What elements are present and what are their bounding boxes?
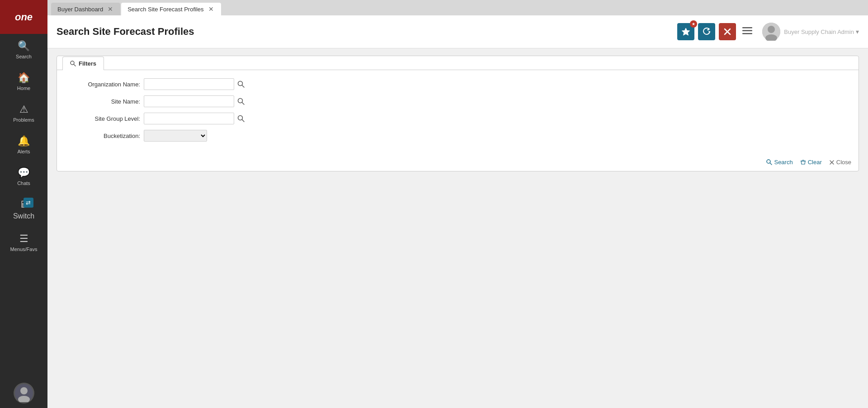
sidebar-item-problems[interactable]: ⚠ Problems (0, 97, 47, 129)
home-icon: 🏠 (18, 72, 30, 84)
filter-label-bucketization: Bucketization: (68, 133, 140, 139)
user-dropdown[interactable]: Buyer Supply Chain Admin ▾ (784, 28, 859, 35)
close-action-label: Close (836, 159, 851, 166)
favorite-button[interactable]: ★ (677, 23, 694, 40)
svg-point-10 (768, 26, 775, 33)
svg-rect-7 (742, 30, 752, 31)
filters-tab-label: Filters (79, 60, 96, 67)
sidebar-item-home[interactable]: 🏠 Home (0, 66, 47, 97)
search-nav-icon: 🔍 (18, 40, 30, 52)
logo-text: one (15, 11, 33, 23)
header-actions: ★ (677, 23, 859, 41)
sidebar-label-menus: Menus/Favs (10, 247, 38, 252)
clear-action-label: Clear (808, 159, 822, 166)
user-section: Buyer Supply Chain Admin ▾ (762, 23, 859, 41)
page-title: Search Site Forecast Profiles (57, 26, 677, 38)
close-action-button[interactable]: Close (829, 159, 851, 166)
user-name: Buyer Supply Chain Admin (784, 28, 854, 35)
sidebar-item-switch[interactable]: 🖥 ⇄ Switch (0, 192, 47, 227)
hamburger-icon (742, 27, 752, 34)
problems-icon: ⚠ (19, 104, 28, 115)
sidebar-bottom (14, 383, 34, 408)
filters-panel: Filters Organization Name: (57, 56, 859, 171)
refresh-icon (703, 28, 711, 36)
filter-select-bucketization[interactable]: Weekly Monthly Daily (144, 130, 207, 142)
alerts-icon: 🔔 (18, 135, 30, 147)
dropdown-arrow-icon: ▾ (856, 28, 859, 35)
filter-row-bucketization: Bucketization: Weekly Monthly Daily (68, 130, 848, 142)
sidebar-item-search[interactable]: 🔍 Search (0, 34, 47, 66)
tab-search-site-forecast[interactable]: Search Site Forecast Profiles ✕ (121, 3, 221, 15)
sidebar-label-chats: Chats (17, 180, 30, 186)
svg-line-13 (74, 64, 75, 66)
menu-button[interactable] (740, 27, 755, 37)
search-action-icon (766, 159, 772, 165)
sidebar-label-search: Search (16, 54, 32, 59)
svg-line-15 (242, 85, 245, 88)
sidebar-label-switch: Switch (13, 212, 34, 220)
menus-icon: ☰ (19, 233, 28, 245)
star-icon (682, 28, 690, 36)
clear-icon (800, 159, 806, 165)
filter-input-site-group[interactable] (144, 113, 234, 124)
sidebar-user-avatar[interactable] (14, 383, 34, 403)
filter-row-site-name: Site Name: (68, 95, 848, 107)
filter-input-org-name[interactable] (144, 78, 234, 90)
sidebar-item-menus[interactable]: ☰ Menus/Favs (0, 227, 47, 258)
sidebar: one 🔍 Search 🏠 Home ⚠ Problems 🔔 Alerts … (0, 0, 47, 408)
app-logo[interactable]: one (0, 0, 47, 34)
filter-input-site-name[interactable] (144, 95, 234, 107)
tab-search-site-forecast-close[interactable]: ✕ (208, 5, 215, 13)
star-badge: ★ (690, 20, 697, 28)
chats-icon: 💬 (18, 167, 30, 179)
filter-search-btn-site-name[interactable] (236, 96, 246, 106)
filter-search-icon (70, 61, 76, 66)
clear-action-button[interactable]: Clear (800, 159, 822, 166)
svg-marker-3 (682, 28, 690, 35)
page-header: Search Site Forecast Profiles ★ (47, 15, 868, 48)
filter-search-btn-site-group[interactable] (236, 114, 246, 123)
tab-buyer-dashboard-label: Buyer Dashboard (57, 6, 103, 13)
filter-label-site-group: Site Group Level: (68, 115, 140, 122)
svg-line-19 (242, 120, 245, 122)
svg-line-21 (770, 163, 772, 165)
content-area: Filters Organization Name: (47, 48, 868, 408)
refresh-button[interactable] (698, 23, 715, 40)
filter-label-site-name: Site Name: (68, 98, 140, 105)
sidebar-label-problems: Problems (13, 117, 34, 123)
user-avatar (762, 23, 780, 41)
filter-label-org-name: Organization Name: (68, 81, 140, 88)
tab-buyer-dashboard-close[interactable]: ✕ (107, 5, 114, 13)
sidebar-item-alerts[interactable]: 🔔 Alerts (0, 129, 47, 161)
svg-point-1 (20, 387, 28, 394)
svg-rect-6 (742, 27, 752, 28)
filters-footer: Search Clear Close (57, 155, 859, 171)
filters-tab[interactable]: Filters (62, 57, 104, 70)
main-content: Buyer Dashboard ✕ Search Site Forecast P… (47, 0, 868, 408)
filter-search-btn-org-name[interactable] (236, 79, 246, 89)
filter-row-org-name: Organization Name: (68, 78, 848, 90)
sidebar-item-chats[interactable]: 💬 Chats (0, 161, 47, 192)
close-action-icon (829, 160, 835, 165)
svg-line-17 (242, 103, 245, 105)
switch-icons-container: 🖥 ⇄ (19, 199, 29, 210)
filter-row-site-group: Site Group Level: (68, 113, 848, 124)
search-action-button[interactable]: Search (766, 159, 793, 166)
x-icon (724, 28, 731, 35)
tabs-bar: Buyer Dashboard ✕ Search Site Forecast P… (47, 0, 868, 15)
search-action-label: Search (774, 159, 793, 166)
close-button[interactable] (719, 23, 736, 40)
tab-search-site-forecast-label: Search Site Forecast Profiles (127, 6, 203, 13)
svg-rect-8 (742, 33, 752, 34)
switch-badge: ⇄ (24, 198, 33, 208)
sidebar-label-home: Home (17, 85, 30, 91)
sidebar-label-alerts: Alerts (17, 149, 30, 154)
filters-body: Organization Name: Site Name: (57, 70, 859, 155)
tab-buyer-dashboard[interactable]: Buyer Dashboard ✕ (51, 3, 120, 15)
